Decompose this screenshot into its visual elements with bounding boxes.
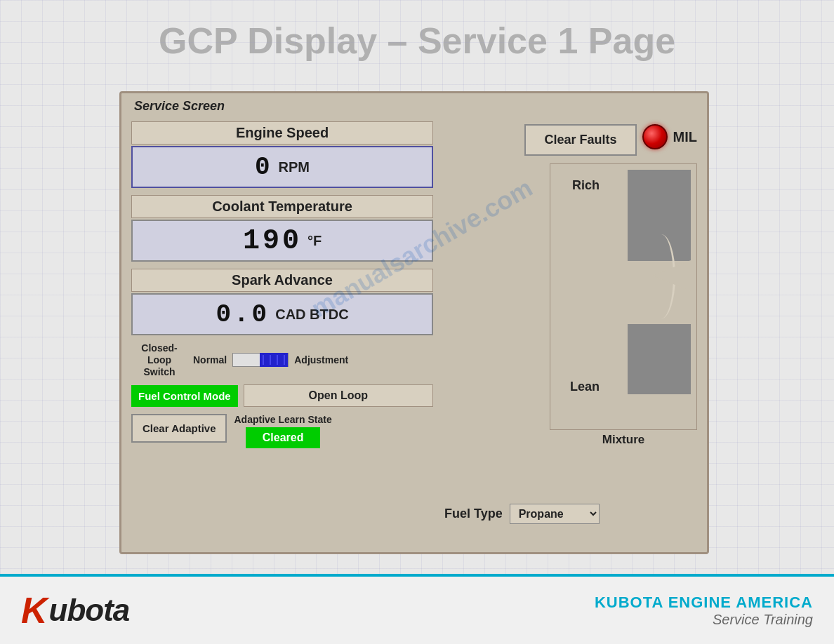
- engine-speed-unit: RPM: [279, 159, 310, 175]
- spark-advance-unit: CAD BTDC: [275, 307, 348, 323]
- coolant-temp-unit: °F: [307, 233, 322, 249]
- footer-service: Service Training: [595, 612, 813, 628]
- fuel-type-label: Fuel Type: [444, 507, 503, 521]
- fuel-control-badge: Fuel Control Mode: [131, 385, 238, 408]
- fuel-type-select[interactable]: Propane Natural Gas Gasoline: [510, 504, 600, 524]
- mil-label: MIL: [673, 129, 697, 145]
- main-panel: Service Screen Clear Faults MIL Engine S…: [119, 91, 709, 554]
- page-title: GCP Display – Service 1 Page: [0, 0, 834, 74]
- panel-title: Service Screen: [131, 99, 227, 114]
- clear-adaptive-button[interactable]: Clear Adaptive: [131, 414, 227, 443]
- footer-company: KUBOTA ENGINE AMERICA: [595, 593, 813, 612]
- adaptive-learn-label: Adaptive Learn State: [234, 414, 331, 425]
- clear-faults-button[interactable]: Clear Faults: [524, 124, 637, 156]
- footer: K ubota KUBOTA ENGINE AMERICA Service Tr…: [0, 574, 834, 644]
- kubota-text: ubota: [49, 593, 130, 628]
- spark-advance-value: 0.0: [216, 300, 270, 329]
- rich-label: Rich: [572, 178, 600, 193]
- adjustment-label: Adjustment: [294, 354, 348, 365]
- adjustment-slider[interactable]: [232, 353, 289, 367]
- spark-advance-label: Spark Advance: [131, 269, 433, 292]
- mixture-gauge: Rich Lean Mixture: [550, 163, 697, 447]
- footer-right: KUBOTA ENGINE AMERICA Service Training: [595, 593, 813, 628]
- mixture-label: Mixture: [550, 433, 697, 447]
- kubota-logo: K ubota: [21, 589, 129, 631]
- kubota-k: K: [21, 589, 48, 631]
- gauge-bar-bottom: [628, 324, 691, 394]
- spark-advance-display: 0.0 CAD BTDC: [131, 293, 433, 335]
- coolant-temp-display: 190 °F: [131, 220, 433, 262]
- normal-label: Normal: [193, 354, 227, 365]
- engine-speed-display: 0 RPM: [131, 146, 433, 188]
- engine-speed-label: Engine Speed: [131, 121, 433, 145]
- mil-light: [642, 124, 668, 149]
- coolant-temp-value: 190: [243, 225, 302, 257]
- adaptive-learn-state: Cleared: [246, 427, 321, 448]
- engine-speed-value: 0: [255, 153, 273, 182]
- open-loop-display: Open Loop: [244, 384, 433, 407]
- coolant-temp-label: Coolant Temperature: [131, 195, 433, 218]
- closed-loop-label: Closed-Loop Switch: [131, 342, 187, 377]
- gauge-needle: [652, 260, 691, 291]
- lean-label: Lean: [570, 380, 600, 394]
